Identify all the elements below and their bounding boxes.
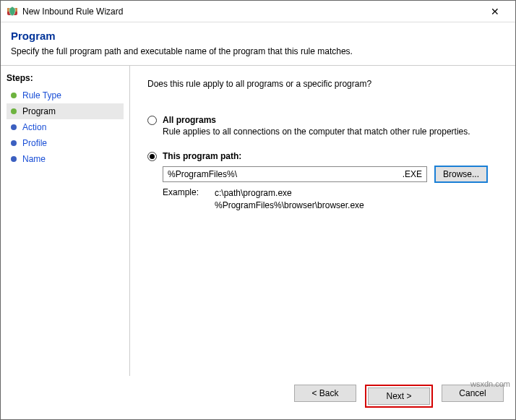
example-block: Example: c:\path\program.exe %ProgramFil… <box>163 187 501 212</box>
example-path: %ProgramFiles%\browser\browser.exe <box>215 200 364 212</box>
option-all-programs: All programs Rule applies to all connect… <box>147 115 501 137</box>
radio-this-program-path[interactable] <box>147 152 157 161</box>
back-button[interactable]: < Back <box>294 385 356 402</box>
window-title: New Inbound Rule Wizard <box>22 7 481 17</box>
step-rule-type[interactable]: Rule Type <box>7 87 124 103</box>
option-this-program-path: This program path: %ProgramFiles%\ .EXE … <box>147 151 501 212</box>
wizard-footer: < Back Next > Cancel <box>1 376 515 419</box>
prompt-text: Does this rule apply to all programs or … <box>147 79 501 89</box>
example-path: c:\path\program.exe <box>215 187 364 200</box>
step-label: Action <box>22 122 46 132</box>
step-program[interactable]: Program <box>7 103 124 119</box>
bullet-icon <box>11 140 17 146</box>
bullet-icon <box>11 93 17 98</box>
bullet-icon <box>11 108 17 114</box>
next-button[interactable]: Next > <box>368 387 430 405</box>
bullet-icon <box>11 124 17 130</box>
input-extension: .EXE <box>403 169 422 179</box>
steps-title: Steps: <box>7 73 124 83</box>
bullet-icon <box>11 156 17 162</box>
step-label: Name <box>22 154 46 164</box>
page-heading: Program <box>11 30 505 42</box>
browse-button[interactable]: Browse... <box>434 166 488 183</box>
option-desc: Rule applies to all connections on the c… <box>163 127 501 137</box>
titlebar: New Inbound Rule Wizard ✕ <box>1 1 515 22</box>
step-label: Profile <box>22 138 47 148</box>
page-subtitle: Specify the full program path and execut… <box>11 46 505 56</box>
step-label: Rule Type <box>22 90 61 100</box>
program-path-input[interactable]: %ProgramFiles%\ .EXE <box>163 166 427 182</box>
next-highlight: Next > <box>365 385 433 408</box>
option-title: All programs <box>163 115 216 125</box>
step-profile[interactable]: Profile <box>7 135 124 151</box>
wizard-body: Steps: Rule Type Program Action Profile … <box>1 66 515 376</box>
wizard-content: Does this rule apply to all programs or … <box>130 66 515 376</box>
option-title: This program path: <box>163 151 241 161</box>
wizard-header: Program Specify the full program path an… <box>1 22 515 65</box>
input-value: %ProgramFiles%\ <box>168 169 403 179</box>
firewall-icon <box>7 6 18 17</box>
example-label: Example: <box>163 187 215 212</box>
step-action[interactable]: Action <box>7 119 124 135</box>
radio-all-programs[interactable] <box>147 116 157 125</box>
steps-sidebar: Steps: Rule Type Program Action Profile … <box>1 66 129 376</box>
step-label: Program <box>22 106 56 116</box>
watermark: wsxdn.com <box>470 380 510 388</box>
close-button[interactable]: ✕ <box>481 6 509 17</box>
wizard-window: New Inbound Rule Wizard ✕ Program Specif… <box>0 0 516 420</box>
step-name[interactable]: Name <box>7 151 124 167</box>
